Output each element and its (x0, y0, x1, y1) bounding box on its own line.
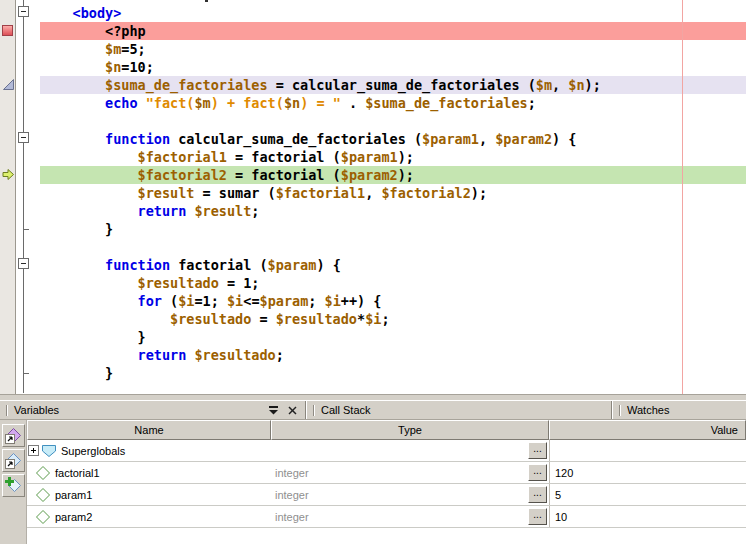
tab-call-stack[interactable]: Call Stack (306, 401, 612, 419)
table-header: Name Type Value (27, 420, 746, 440)
variable-icon (35, 509, 51, 525)
ide-debugger-window: <body> <?php $m=5; $n=10; $suma_de_facto… (0, 0, 746, 544)
code-line-11[interactable]: $result = sumar ($factorial1, $factorial… (40, 184, 746, 202)
tab-call-stack-label: Call Stack (321, 404, 371, 416)
tab-variables-label: Variables (14, 404, 59, 416)
column-header-type[interactable]: Type (271, 420, 549, 440)
fold-toggle-body[interactable] (18, 6, 29, 17)
close-icon (288, 406, 297, 415)
code-line-14[interactable] (40, 238, 746, 256)
program-counter-icon (2, 167, 15, 185)
fold-toggle-function1[interactable] (18, 132, 29, 143)
table-rows: Superglobals ... (27, 440, 746, 528)
code-line-5[interactable]: $suma_de_factoriales = calcular_suma_de_… (40, 76, 746, 94)
close-panel-button[interactable] (286, 404, 299, 416)
variables-table: Name Type Value Supe (27, 420, 746, 544)
column-header-value[interactable]: Value (549, 420, 746, 440)
variable-type: integer (275, 489, 309, 501)
tab-variables[interactable]: Variables (0, 401, 306, 419)
purple-diamond-arrow-icon (5, 427, 22, 444)
fold-stem (23, 17, 24, 393)
tab-watches[interactable]: Watches (612, 401, 746, 419)
table-row-factorial1[interactable]: factorial1 integer ... 120 (27, 462, 746, 484)
variable-type: integer (275, 467, 309, 479)
code-line-12[interactable]: return $result; (40, 202, 746, 220)
value-detail-button[interactable]: ... (528, 442, 547, 459)
dropdown-list-button[interactable] (267, 404, 280, 416)
code-line-3[interactable]: $m=5; (40, 40, 746, 58)
variable-name: param1 (55, 489, 92, 501)
code-line-8[interactable]: function calcular_suma_de_factoriales ($… (40, 130, 746, 148)
variable-type: integer (275, 511, 309, 523)
code-line-13[interactable]: } (40, 220, 746, 238)
drag-grip-icon[interactable] (313, 405, 315, 416)
value-detail-button[interactable]: ... (528, 464, 547, 481)
table-row-param2[interactable]: param2 integer ... 10 (27, 506, 746, 528)
debugger-panel: Variables (0, 400, 746, 544)
fold-toggle-function2[interactable] (18, 258, 29, 269)
code-line-19[interactable]: } (40, 328, 746, 346)
variable-value: 5 (555, 489, 561, 501)
code-line-9[interactable]: $factorial1 = factorial ($param1); (40, 148, 746, 166)
code-editor[interactable]: <body> <?php $m=5; $n=10; $suma_de_facto… (0, 0, 746, 394)
breakpoint-gutter[interactable] (0, 0, 16, 394)
code-line-4[interactable]: $n=10; (40, 58, 746, 76)
right-margin-guide (682, 0, 683, 394)
code-line-2[interactable]: <?php (40, 22, 746, 40)
code-line-17[interactable]: for ($i=1; $i<=$param; $i++) { (40, 292, 746, 310)
drag-grip-icon[interactable] (6, 405, 8, 416)
filter-superglobals-button[interactable] (2, 424, 25, 447)
column-header-name[interactable]: Name (27, 420, 271, 440)
variable-value: 10 (555, 511, 567, 523)
blue-diamond-arrow-icon (5, 452, 22, 469)
panel-tab-bar: Variables (0, 400, 746, 420)
code-lines[interactable]: <body> <?php $m=5; $n=10; $suma_de_facto… (40, 4, 746, 382)
tab-watches-label: Watches (627, 404, 669, 416)
code-line-16[interactable]: $resultado = 1; (40, 274, 746, 292)
table-row-param1[interactable]: param1 integer ... 5 (27, 484, 746, 506)
superglobals-icon (41, 443, 57, 458)
diamond-plus-icon (5, 477, 22, 494)
call-frame-icon (2, 77, 15, 95)
code-line-21[interactable]: } (40, 364, 746, 382)
variable-icon (35, 465, 51, 481)
variable-value: 120 (555, 467, 573, 479)
variable-name: param2 (55, 511, 92, 523)
breakpoint-icon[interactable] (2, 23, 14, 41)
code-line-15[interactable]: function factorial ($param) { (40, 256, 746, 274)
table-row-superglobals[interactable]: Superglobals ... (27, 440, 746, 462)
variable-name: Superglobals (61, 445, 125, 457)
fold-end-mark (24, 229, 29, 230)
code-line-20[interactable]: return $resultado; (40, 346, 746, 364)
list-dropdown-icon (268, 405, 279, 416)
code-line-7[interactable] (40, 112, 746, 130)
expand-toggle-icon[interactable] (28, 445, 39, 456)
fold-end-mark (24, 373, 29, 374)
variables-toolbar (0, 420, 27, 544)
new-watch-button[interactable] (2, 474, 25, 497)
value-detail-button[interactable]: ... (528, 508, 547, 525)
code-line-10[interactable]: $factorial2 = factorial ($param2); (40, 166, 746, 184)
variable-name: factorial1 (55, 467, 100, 479)
variable-icon (35, 487, 51, 503)
drag-grip-icon[interactable] (619, 405, 621, 416)
value-detail-button[interactable]: ... (528, 486, 547, 503)
code-line-18[interactable]: $resultado = $resultado*$i; (40, 310, 746, 328)
code-line-1[interactable]: <body> (40, 4, 746, 22)
filter-locals-button[interactable] (2, 449, 25, 472)
clipped-line-fragment (205, 0, 208, 2)
code-line-6[interactable]: echo "fact($m) + fact($n) = " . $suma_de… (40, 94, 746, 112)
